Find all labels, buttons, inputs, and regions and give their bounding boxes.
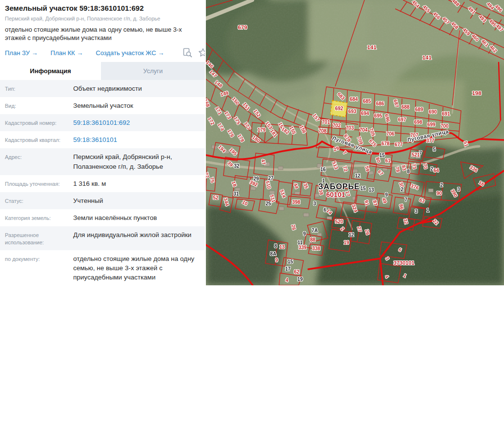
parcel-label-64[interactable]: 64 xyxy=(433,168,439,173)
parcel-label-1[interactable]: 1 xyxy=(322,178,325,183)
info-row-value[interactable]: 59:18:3610101:692 xyxy=(73,118,200,127)
parcel-label-141[interactable]: 141 xyxy=(422,55,431,60)
tab-0[interactable]: Информация xyxy=(0,62,101,80)
parcel-label-698[interactable]: 698 xyxy=(414,119,423,125)
parcel-label-12[interactable]: 12 xyxy=(355,173,360,179)
info-row-label: Статус: xyxy=(5,196,73,205)
parcel-label-8[interactable]: 8 xyxy=(407,169,410,174)
parcel-label-32[interactable]: 32 xyxy=(234,163,239,169)
parcel-label-12[interactable]: 12 xyxy=(348,232,354,238)
parcel-label-13[interactable]: 13 xyxy=(279,244,284,250)
parcel-label-9[interactable]: 9 xyxy=(385,192,388,198)
doc-search-icon[interactable] xyxy=(182,48,192,58)
parcel-label-7A[interactable]: 7A xyxy=(312,228,318,233)
parcel-label-198[interactable]: 198 xyxy=(472,90,481,96)
parcel-label-9[interactable]: 9 xyxy=(303,231,306,237)
parcel-label-697[interactable]: 697 xyxy=(398,117,406,122)
settlement-label: ЗАБОРЬЕ xyxy=(318,182,360,191)
page-title: Земельный участок 59:18:3610101:692 xyxy=(5,4,198,13)
parcel-label-17[interactable]: 17 xyxy=(285,266,290,272)
parcel-label-704[interactable]: 704 xyxy=(360,127,368,133)
parcel-label-692[interactable]: 692 xyxy=(335,106,343,111)
star-favorite-icon[interactable] xyxy=(198,48,205,58)
parcel-label-8[interactable]: 8 xyxy=(274,243,277,249)
info-row-value: Учтенный xyxy=(73,196,200,205)
info-row-label: Адрес: xyxy=(5,152,73,171)
info-row-label: по документу: xyxy=(5,254,73,282)
parcel-label-688[interactable]: 688 xyxy=(402,104,410,110)
parcel-label-16[interactable]: 16 xyxy=(320,167,325,172)
parcel-label-694[interactable]: 694 xyxy=(361,111,369,116)
parcel-label-684[interactable]: 684 xyxy=(350,97,358,102)
parcel-label-706[interactable]: 706 xyxy=(386,131,395,137)
parcel-label-338[interactable]: 338 xyxy=(312,246,321,251)
parcel-label-2[interactable]: 2 xyxy=(401,187,403,192)
info-row: Тип:Объект недвижимости xyxy=(0,80,205,97)
panel-link-2[interactable]: Создать участок ЖС → xyxy=(96,49,164,57)
parcel-label-398[interactable]: 398 xyxy=(292,199,301,205)
info-row-value: Для индивидуальной жилой застройки xyxy=(73,230,200,246)
info-row: Кадастровый квартал:59:18:3610101 xyxy=(0,131,205,148)
parcel-label-7[interactable]: 7 xyxy=(419,150,422,156)
parcel-label-699[interactable]: 699 xyxy=(427,122,436,127)
info-row-label: Вид: xyxy=(5,101,73,110)
parcel-label-4[interactable]: 4 xyxy=(285,278,288,283)
tab-1[interactable]: Услуги xyxy=(101,62,205,80)
parcel-label-521[interactable]: 521 xyxy=(412,152,420,158)
parcel-label-1[interactable]: 1 xyxy=(426,208,429,213)
parcel-label-141[interactable]: 141 xyxy=(367,44,376,50)
parcel-label-88[interactable]: 88 xyxy=(310,237,315,242)
panel-tabs: ИнформацияУслуги xyxy=(0,62,205,80)
parcel-label-13[interactable]: 13 xyxy=(368,187,374,193)
parcel-label-702[interactable]: 702 xyxy=(333,123,341,128)
parcel-label-3[interactable]: 3 xyxy=(313,201,316,206)
parcel-label-31[interactable]: 31 xyxy=(233,191,239,197)
parcel-label-25[interactable]: 25 xyxy=(265,201,271,206)
parcel-label-679[interactable]: 679 xyxy=(238,24,247,30)
action-links-row: План ЗУ →План КК →Создать участок ЖС → xyxy=(5,48,198,58)
parcel-label-703[interactable]: 703 xyxy=(346,125,354,131)
parcel-label-695[interactable]: 695 xyxy=(374,113,383,119)
map[interactable]: 6791411411984544554564574584594604614624… xyxy=(206,0,504,285)
parcel-label-520[interactable]: 520 xyxy=(335,219,343,224)
parcel-label-19[interactable]: 19 xyxy=(343,240,349,245)
parcel-label-686[interactable]: 686 xyxy=(376,101,384,106)
panel-link-1[interactable]: План КК → xyxy=(51,49,83,57)
info-row-label: Площадь уточненная: xyxy=(5,179,73,188)
panel-header: Земельный участок 59:18:3610101:692 Перм… xyxy=(0,0,205,58)
parcel-label-8A[interactable]: 8A xyxy=(270,251,277,257)
parcel-label-3[interactable]: 3 xyxy=(415,209,418,214)
parcel-label-15[interactable]: 15 xyxy=(379,153,384,158)
parcel-label-15[interactable]: 15 xyxy=(287,259,293,264)
parcel-label-339[interactable]: 339 xyxy=(299,245,307,250)
parcel-label-90[interactable]: 90 xyxy=(436,191,442,196)
parcel-label-690[interactable]: 690 xyxy=(429,109,437,115)
parcel-label-3[interactable]: 3 xyxy=(457,187,460,192)
parcel-label-708[interactable]: 708 xyxy=(319,128,327,134)
parcel-label-677[interactable]: 677 xyxy=(395,142,403,147)
parcel-label-685[interactable]: 685 xyxy=(363,99,371,104)
parcel-label-701[interactable]: 701 xyxy=(322,119,330,125)
parcel-label-52[interactable]: 52 xyxy=(213,195,218,200)
parcel-label-689[interactable]: 689 xyxy=(415,107,423,112)
parcel-label-2[interactable]: 2 xyxy=(440,182,443,188)
info-row-label: Кадастровый квартал: xyxy=(5,135,73,144)
parcel-label-15[interactable]: 15 xyxy=(360,186,365,191)
panel-link-0[interactable]: План ЗУ → xyxy=(5,49,38,57)
parcel-label-19[interactable]: 19 xyxy=(297,277,302,282)
info-row: по документу:отдельно стоящие жилые дома… xyxy=(0,250,205,285)
parcel-label-179[interactable]: 179 xyxy=(258,127,266,133)
info-row-label: Категория земель: xyxy=(5,213,73,222)
parcel-usage-description: отдельно стоящие жилые дома на одну семь… xyxy=(5,26,200,42)
parcel-label-700[interactable]: 700 xyxy=(441,123,449,129)
parcel-label-693[interactable]: 693 xyxy=(348,109,357,114)
parcel-label-7[interactable]: 7 xyxy=(404,197,407,202)
parcel-label-62[interactable]: 62 xyxy=(294,269,299,275)
parcel-label-61[interactable]: 61 xyxy=(385,158,390,163)
info-row-value[interactable]: 59:18:3610101 xyxy=(73,135,200,144)
parcel-label-9[interactable]: 9 xyxy=(275,258,278,263)
parcel-label-678[interactable]: 678 xyxy=(382,141,390,146)
parcel-label-691[interactable]: 691 xyxy=(442,111,450,117)
parcel-label-2[interactable]: 2 xyxy=(430,166,433,172)
parcel-label-5[interactable]: 5 xyxy=(433,147,436,152)
